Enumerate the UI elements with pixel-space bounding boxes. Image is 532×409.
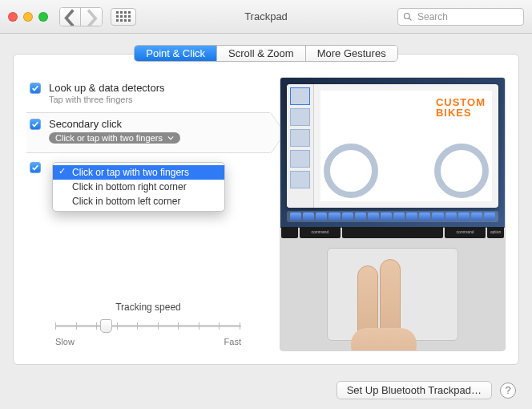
secondary-select-value: Click or tap with two fingers <box>55 133 163 143</box>
close-window-button[interactable] <box>8 12 18 22</box>
minimize-window-button[interactable] <box>23 12 33 22</box>
option-secondary-click: Secondary click Click or tap with two fi… <box>26 112 270 153</box>
settings-panel: Look up & data detectors Tap with three … <box>13 54 519 365</box>
svg-point-0 <box>405 13 410 18</box>
grid-icon <box>116 11 131 22</box>
back-button[interactable] <box>60 8 81 26</box>
lookup-subtitle: Tap with three fingers <box>49 95 165 104</box>
preview-window: CUSTOMBIKES <box>287 84 498 208</box>
gesture-preview: CUSTOMBIKES commandcommandoption <box>280 77 506 351</box>
slider-knob[interactable] <box>100 319 112 333</box>
preview-thumbnails <box>287 84 314 208</box>
secondary-click-menu[interactable]: Click or tap with two fingers Click in b… <box>52 162 225 212</box>
search-input[interactable] <box>417 11 518 22</box>
nav-buttons <box>59 7 103 26</box>
window-controls <box>8 12 48 22</box>
options-column: Look up & data detectors Tap with three … <box>26 77 270 351</box>
search-icon <box>403 12 413 22</box>
tab-scroll-zoom[interactable]: Scroll & Zoom <box>217 46 306 61</box>
footer: Set Up Bluetooth Trackpad… ? <box>337 381 516 399</box>
tracking-speed-slider[interactable] <box>55 318 241 337</box>
preview-keyboard: commandcommandoption <box>280 227 505 238</box>
chevron-left-icon <box>60 8 80 26</box>
tracking-speed-label: Tracking speed <box>26 302 270 313</box>
menu-item-two-fingers[interactable]: Click or tap with two fingers <box>53 165 224 180</box>
check-icon <box>31 164 39 172</box>
chevron-right-icon <box>81 8 102 26</box>
tab-more-gestures[interactable]: More Gestures <box>306 46 397 61</box>
option-lookup: Look up & data detectors Tap with three … <box>26 77 270 112</box>
lookup-checkbox[interactable] <box>30 83 41 94</box>
lookup-title: Look up & data detectors <box>49 82 165 94</box>
show-all-button[interactable] <box>111 8 136 26</box>
svg-line-1 <box>409 18 412 20</box>
check-icon <box>31 84 39 92</box>
menu-item-bottom-left[interactable]: Click in bottom left corner <box>53 194 224 209</box>
tab-bar: Point & Click Scroll & Zoom More Gesture… <box>0 34 532 62</box>
slider-max-label: Fast <box>224 337 241 346</box>
slider-min-label: Slow <box>55 337 75 346</box>
check-icon <box>31 120 39 128</box>
preview-hand <box>348 259 428 351</box>
menu-item-bottom-right[interactable]: Click in bottom right corner <box>53 180 224 194</box>
preview-dock <box>287 211 498 222</box>
secondary-select[interactable]: Click or tap with two fingers <box>49 132 180 144</box>
secondary-title: Secondary click <box>49 118 180 130</box>
help-button[interactable]: ? <box>500 383 516 399</box>
third-checkbox[interactable] <box>30 162 41 173</box>
forward-button[interactable] <box>81 8 102 26</box>
zoom-window-button[interactable] <box>38 12 48 22</box>
tab-point-click[interactable]: Point & Click <box>135 46 217 61</box>
title-bar: Trackpad <box>0 0 532 34</box>
bluetooth-trackpad-button[interactable]: Set Up Bluetooth Trackpad… <box>337 381 492 399</box>
secondary-checkbox[interactable] <box>30 119 41 130</box>
chevron-down-icon <box>167 135 174 141</box>
search-field[interactable] <box>397 8 524 26</box>
preview-document: CUSTOMBIKES <box>320 91 492 201</box>
